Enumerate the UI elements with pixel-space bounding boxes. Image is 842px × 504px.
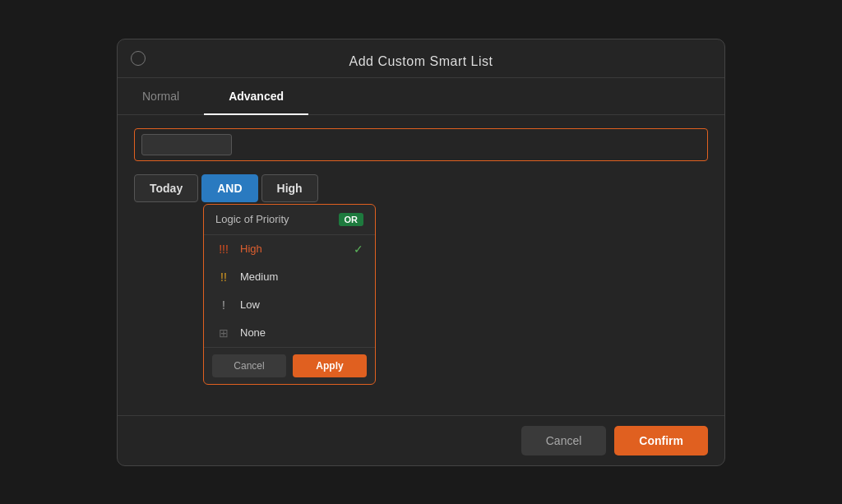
low-priority-icon: ! <box>215 298 232 312</box>
priority-item-low[interactable]: ! Low <box>204 291 375 319</box>
high-priority-label: High <box>240 243 345 255</box>
search-bar <box>134 128 708 161</box>
medium-priority-label: Medium <box>240 270 363 283</box>
tab-advanced[interactable]: Advanced <box>204 78 308 114</box>
priority-item-high[interactable]: !!! High ✓ <box>204 235 375 263</box>
today-button[interactable]: Today <box>134 174 198 202</box>
medium-priority-icon: !! <box>215 270 232 284</box>
add-custom-smart-list-modal: Add Custom Smart List Normal Advanced To… <box>117 39 725 466</box>
priority-item-medium[interactable]: !! Medium <box>204 263 375 291</box>
selected-checkmark: ✓ <box>354 243 363 256</box>
low-priority-label: Low <box>240 298 363 311</box>
modal-body: Today AND High Logic of Priority OR !!! … <box>118 115 724 215</box>
modal-footer: Cancel Confirm <box>118 415 724 465</box>
dropdown-apply-button[interactable]: Apply <box>293 354 367 377</box>
priority-item-none[interactable]: ⊞ None <box>204 319 375 347</box>
search-input[interactable] <box>141 134 232 155</box>
tab-normal[interactable]: Normal <box>118 78 204 114</box>
filter-row: Today AND High Logic of Priority OR !!! … <box>134 174 708 202</box>
modal-cancel-button[interactable]: Cancel <box>521 426 607 455</box>
tabs-container: Normal Advanced <box>118 78 724 115</box>
dropdown-header-label: Logic of Priority <box>215 213 289 225</box>
none-priority-label: None <box>240 326 363 339</box>
modal-title: Add Custom Smart List <box>349 54 493 69</box>
dropdown-header: Logic of Priority OR <box>204 205 375 235</box>
high-priority-icon: !!! <box>215 243 232 256</box>
and-button[interactable]: AND <box>201 174 257 202</box>
close-button[interactable] <box>131 51 146 66</box>
or-badge[interactable]: OR <box>339 213 364 226</box>
priority-dropdown: Logic of Priority OR !!! High ✓ !! Mediu… <box>203 204 376 385</box>
dropdown-footer: Cancel Apply <box>204 347 375 384</box>
modal-confirm-button[interactable]: Confirm <box>614 426 708 455</box>
none-priority-icon: ⊞ <box>215 326 232 340</box>
modal-header: Add Custom Smart List <box>118 39 724 78</box>
dropdown-cancel-button[interactable]: Cancel <box>212 354 286 377</box>
high-priority-button[interactable]: High <box>261 174 318 202</box>
